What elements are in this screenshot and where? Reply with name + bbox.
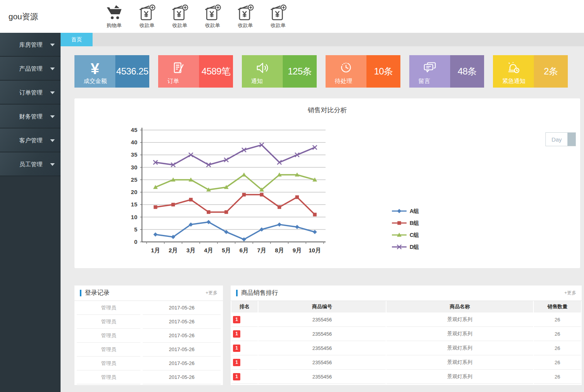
table-row[interactable]: 管理员2017-05-26 — [77, 315, 221, 329]
sidebar-item-customers[interactable]: 客户管理 — [0, 128, 61, 152]
stat-card-revenue[interactable]: ¥ 成交金额 4536.25 — [74, 55, 149, 88]
top-header: gou资源 购物单 — [0, 0, 584, 33]
table-row[interactable]: 1 2355456 景观灯系列 26 — [231, 355, 581, 370]
rank-badge: 1 — [233, 316, 240, 323]
table-header-row: 排名 商品编号 商品名称 销售数量 — [231, 301, 581, 313]
svg-text:9月: 9月 — [293, 247, 302, 253]
stat-card-urgent[interactable]: 紧急通知 2条 — [493, 55, 568, 88]
action-receipt-4[interactable]: 收款单 — [235, 4, 255, 29]
sidebar-item-finance[interactable]: 财务管理 — [0, 105, 61, 128]
rank-badge: 1 — [233, 373, 240, 380]
rank-badge: 1 — [233, 330, 240, 338]
svg-text:25: 25 — [131, 176, 137, 183]
day-selector-button[interactable]: Day — [545, 132, 576, 146]
action-receipt-3[interactable]: 收款单 — [203, 4, 223, 29]
panel-title: 登录记录 — [85, 289, 110, 297]
stat-value: 48条 — [450, 55, 484, 88]
column-header-name: 商品名称 — [387, 301, 533, 313]
tab-home[interactable]: 首页 — [61, 33, 93, 46]
stat-card-messages[interactable]: 留言 48条 — [409, 55, 484, 88]
receipt-add-icon — [171, 4, 189, 22]
chat-icon — [422, 61, 437, 76]
more-link[interactable]: +更多 — [564, 290, 576, 296]
header-actions: 购物单 收款单 — [104, 4, 288, 29]
table-row[interactable]: 管理员2017-05-26 — [77, 370, 221, 384]
yen-icon: ¥ — [91, 61, 99, 76]
svg-text:45: 45 — [131, 127, 137, 133]
login-records-table: 管理员2017-05-26 管理员2017-05-26 管理员2017-05-2… — [74, 301, 223, 384]
action-receipt-5[interactable]: 收款单 — [268, 4, 288, 29]
svg-text:5月: 5月 — [222, 247, 231, 253]
day-button-label: Day — [546, 133, 567, 146]
stat-card-pending[interactable]: 待处理 10条 — [326, 55, 400, 88]
action-receipt-2[interactable]: 收款单 — [170, 4, 190, 29]
rank-badge: 1 — [233, 359, 240, 366]
svg-text:2月: 2月 — [169, 247, 177, 253]
table-row[interactable]: 1 2355456 景观灯系列 26 — [231, 341, 581, 355]
svg-text:3月: 3月 — [186, 247, 195, 253]
stat-label: 订单 — [167, 78, 179, 85]
sidebar-item-label: 产品管理 — [19, 65, 42, 72]
svg-text:20: 20 — [131, 189, 137, 195]
rank-badge: 1 — [233, 345, 240, 352]
product-sales-table: 排名 商品编号 商品名称 销售数量 1 2355456 景观灯系列 26 1 — [231, 301, 582, 384]
stat-card-orders[interactable]: 订单 4589笔 — [158, 55, 233, 88]
stat-label: 紧急通知 — [502, 78, 525, 85]
action-shopping-list[interactable]: 购物单 — [104, 4, 124, 29]
action-label: 收款单 — [238, 22, 253, 29]
table-row[interactable]: 管理员2017-05-26 — [77, 357, 221, 370]
sidebar-item-orders[interactable]: 订单管理 — [0, 81, 61, 105]
table-row[interactable]: 1 2355456 景观灯系列 26 — [231, 327, 581, 341]
login-records-panel: 登录记录 +更多 管理员2017-05-26 管理员2017-05-26 管理员… — [74, 286, 223, 385]
table-row[interactable]: 管理员2017-05-26 — [77, 301, 221, 315]
svg-text:C组: C组 — [410, 232, 419, 238]
table-row[interactable]: 管理员2017-05-26 — [77, 343, 221, 357]
action-label: 购物单 — [107, 22, 122, 29]
chevron-down-icon — [50, 139, 55, 142]
bottom-panels: 登录记录 +更多 管理员2017-05-26 管理员2017-05-26 管理员… — [74, 286, 580, 385]
column-header-rank: 排名 — [231, 301, 258, 313]
action-label: 收款单 — [205, 22, 220, 29]
table-row[interactable]: 1 2355456 景观灯系列 26 — [231, 370, 581, 384]
clock-icon — [339, 61, 353, 76]
svg-text:10月: 10月 — [309, 247, 321, 253]
sidebar-item-products[interactable]: 产品管理 — [0, 57, 61, 81]
speaker-icon — [255, 61, 269, 76]
receipt-add-icon — [138, 4, 156, 22]
stat-card-notifications[interactable]: 通知 125条 — [242, 55, 317, 88]
sidebar-nav: 库房管理 产品管理 订单管理 财务管理 客户管理 员工管理 — [0, 33, 61, 392]
receipt-add-icon — [236, 4, 254, 22]
chevron-down-icon — [50, 44, 55, 46]
sidebar-item-label: 员工管理 — [19, 161, 42, 167]
order-icon — [172, 61, 186, 76]
sidebar-item-label: 客户管理 — [19, 137, 42, 144]
stat-label: 留言 — [419, 78, 430, 85]
stat-value: 10条 — [366, 55, 400, 88]
table-row[interactable]: 1 2355456 景观灯系列 26 — [231, 313, 581, 327]
action-label: 收款单 — [271, 22, 286, 29]
stat-value: 4589笔 — [199, 55, 233, 88]
stat-value: 2条 — [534, 55, 568, 88]
sidebar-item-label: 财务管理 — [19, 113, 42, 120]
receipt-add-icon — [269, 4, 287, 22]
sidebar-item-warehouse[interactable]: 库房管理 — [0, 33, 61, 57]
stat-label: 待处理 — [335, 78, 352, 85]
action-receipt-1[interactable]: 收款单 — [137, 4, 157, 29]
svg-text:4月: 4月 — [204, 247, 213, 253]
chevron-down-icon — [50, 91, 55, 94]
svg-text:40: 40 — [131, 139, 137, 145]
sales-comparison-chart: 0510152025303540451月2月3月4月5月6月7月8月9月10月A… — [127, 122, 505, 261]
action-label: 收款单 — [172, 22, 187, 29]
svg-text:0: 0 — [134, 238, 137, 245]
day-button-grip[interactable] — [567, 133, 576, 146]
sales-chart-panel: 销售对比分析 0510152025303540451月2月3月4月5月6月7月8… — [74, 98, 580, 268]
svg-text:6月: 6月 — [240, 247, 248, 253]
main-content: ¥ 成交金额 4536.25 订单 4589笔 — [61, 46, 584, 392]
table-row[interactable]: 管理员2017-05-26 — [77, 329, 221, 343]
more-link[interactable]: +更多 — [206, 290, 218, 296]
stat-value: 125条 — [283, 55, 317, 88]
sidebar-item-employees[interactable]: 员工管理 — [0, 152, 61, 176]
svg-text:1月: 1月 — [151, 247, 160, 253]
svg-text:8月: 8月 — [275, 247, 284, 253]
siren-icon — [506, 61, 521, 76]
